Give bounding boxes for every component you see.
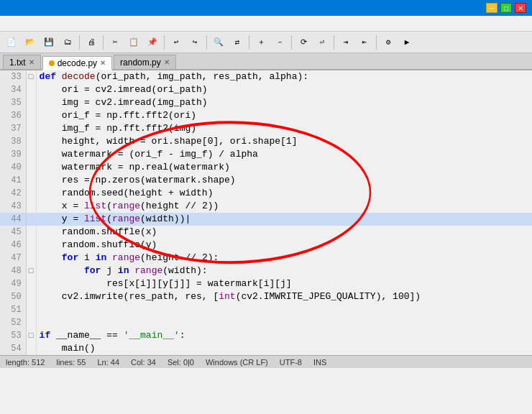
- cut-button[interactable]: ✂: [106, 34, 124, 51]
- tab-1txt[interactable]: 1.txt ✕: [3, 55, 41, 69]
- code-line[interactable]: [36, 316, 532, 329]
- save-all-button[interactable]: 🗂: [59, 34, 76, 51]
- table-row: 33□def decode(ori_path, img_path, res_pa…: [0, 70, 532, 83]
- code-line[interactable]: x = list(range(height // 2)): [36, 200, 532, 213]
- line-number: 49: [0, 277, 26, 290]
- menu-plugins[interactable]: [104, 22, 112, 25]
- menu-tools[interactable]: [73, 22, 82, 25]
- indent-button[interactable]: ⇥: [337, 34, 354, 51]
- line-number: 37: [0, 122, 26, 135]
- code-line[interactable]: def decode(ori_path, img_path, res_path,…: [36, 70, 532, 83]
- line-number: 38: [0, 135, 26, 148]
- code-line[interactable]: res[x[i]][y[j]] = watermark[i][j]: [36, 277, 532, 290]
- menu-macro[interactable]: [83, 22, 92, 25]
- code-line[interactable]: for j in range(width):: [36, 264, 532, 277]
- table-row: 54 main(): [0, 342, 532, 355]
- table-row: 41 res = np.zeros(watermark.shape): [0, 174, 532, 187]
- tab-random-py-close[interactable]: ✕: [164, 58, 170, 66]
- code-line[interactable]: random.seed(height + width): [36, 187, 532, 200]
- code-line[interactable]: main(): [36, 342, 532, 355]
- status-encoding: UTF-8: [280, 358, 302, 367]
- menu-search[interactable]: [23, 22, 32, 25]
- save-button[interactable]: 💾: [40, 34, 58, 51]
- code-line[interactable]: for i in range(height // 2):: [36, 252, 532, 264]
- table-row: 49 res[x[i]][y[j]] = watermark[i][j]: [0, 277, 532, 290]
- code-line[interactable]: img = cv2.imread(img_path): [36, 96, 532, 109]
- code-line[interactable]: watermark = np.real(watermark): [36, 161, 532, 174]
- status-eol: Windows (CR LF): [206, 358, 268, 367]
- find-button[interactable]: 🔍: [210, 34, 227, 51]
- undo-button[interactable]: ↩: [168, 34, 185, 51]
- paste-button[interactable]: 📌: [144, 34, 161, 51]
- toolbar-sep-1: [79, 35, 80, 50]
- fold-indicator: [26, 303, 36, 316]
- table-row: 34 ori = cv2.imread(ori_path): [0, 83, 532, 96]
- close-button[interactable]: ✕: [515, 3, 526, 13]
- macro-button[interactable]: ⚙: [380, 34, 397, 51]
- maximize-button[interactable]: □: [500, 3, 512, 13]
- fold-indicator[interactable]: □: [26, 264, 36, 277]
- fold-indicator: [26, 96, 36, 109]
- tab-1txt-close[interactable]: ✕: [29, 58, 35, 66]
- status-sel: Sel: 0|0: [168, 358, 194, 367]
- tab-decode-py[interactable]: decode.py ✕: [42, 56, 112, 70]
- fold-indicator: [26, 239, 36, 252]
- code-line[interactable]: if __name__ == '__main__':: [36, 329, 532, 342]
- zoom-out-button[interactable]: －: [271, 34, 288, 51]
- fold-indicator: [26, 277, 36, 290]
- code-line[interactable]: img_f = np.fft.fft2(img): [36, 122, 532, 135]
- tab-1txt-label: 1.txt: [9, 58, 26, 68]
- sync-button[interactable]: ⟳: [295, 34, 312, 51]
- replace-button[interactable]: ⇄: [229, 34, 246, 51]
- code-line[interactable]: y = list(range(width))|: [36, 213, 532, 226]
- menu-encoding[interactable]: [43, 22, 52, 25]
- table-row: 50 cv2.imwrite(res_path, res, [int(cv2.I…: [0, 290, 532, 303]
- line-number: 36: [0, 109, 26, 122]
- code-line[interactable]: random.shuffle(x): [36, 226, 532, 239]
- code-line[interactable]: random.shuffle(y): [36, 239, 532, 252]
- wrap-button[interactable]: ⏎: [313, 34, 331, 51]
- table-row: 42 random.seed(height + width): [0, 187, 532, 200]
- menu-window[interactable]: [114, 22, 122, 25]
- zoom-in-button[interactable]: ＋: [252, 34, 270, 51]
- menu-view[interactable]: [33, 22, 42, 25]
- minimize-button[interactable]: ─: [486, 3, 497, 13]
- tab-decode-py-close[interactable]: ✕: [100, 59, 106, 67]
- menu-edit[interactable]: [13, 22, 22, 25]
- menu-file[interactable]: [3, 22, 12, 25]
- new-button[interactable]: 📄: [3, 34, 20, 51]
- toolbar-sep-5: [249, 35, 249, 50]
- line-number: 39: [0, 148, 26, 161]
- open-button[interactable]: 📂: [22, 34, 39, 51]
- line-number: 54: [0, 342, 26, 355]
- code-line[interactable]: res = np.zeros(watermark.shape): [36, 174, 532, 187]
- line-number: 47: [0, 252, 26, 264]
- code-area: 33□def decode(ori_path, img_path, res_pa…: [0, 70, 532, 355]
- code-line[interactable]: height, width = ori.shape[0], ori.shape[…: [36, 135, 532, 148]
- print-button[interactable]: 🖨: [83, 34, 100, 51]
- outdent-button[interactable]: ⇤: [356, 34, 373, 51]
- menu-language[interactable]: [53, 22, 62, 25]
- code-line[interactable]: ori = cv2.imread(ori_path): [36, 83, 532, 96]
- menu-settings[interactable]: [63, 22, 72, 25]
- table-row: 39 watermark = (ori_f - img_f) / alpha: [0, 148, 532, 161]
- code-line[interactable]: watermark = (ori_f - img_f) / alpha: [36, 148, 532, 161]
- tab-random-py[interactable]: random.py ✕: [114, 55, 176, 69]
- fold-indicator: [26, 83, 36, 96]
- code-line[interactable]: cv2.imwrite(res_path, res, [int(cv2.IMWR…: [36, 290, 532, 303]
- line-number: 40: [0, 161, 26, 174]
- copy-button[interactable]: 📋: [125, 34, 142, 51]
- code-line[interactable]: [36, 303, 532, 316]
- toolbar: 📄 📂 💾 🗂 🖨 ✂ 📋 📌 ↩ ↪ 🔍 ⇄ ＋ － ⟳ ⏎ ⇥ ⇤ ⚙ ▶: [0, 32, 532, 53]
- run-macro-button[interactable]: ▶: [398, 34, 416, 51]
- fold-indicator: [26, 148, 36, 161]
- status-lines: lines: 55: [56, 358, 86, 367]
- menu-run[interactable]: [93, 22, 102, 25]
- fold-indicator: [26, 109, 36, 122]
- fold-indicator[interactable]: □: [26, 70, 36, 83]
- status-ins: INS: [313, 358, 326, 367]
- fold-indicator: [26, 290, 36, 303]
- code-line[interactable]: ori_f = np.fft.fft2(ori): [36, 109, 532, 122]
- redo-button[interactable]: ↪: [186, 34, 203, 51]
- fold-indicator[interactable]: □: [26, 329, 36, 342]
